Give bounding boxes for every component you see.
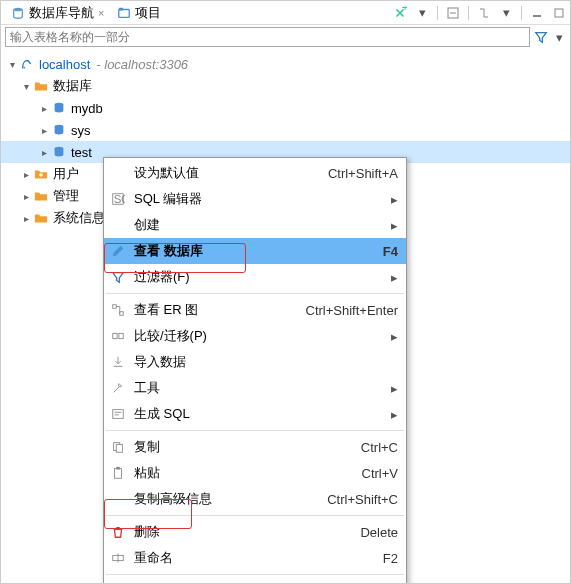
- twisty-icon[interactable]: ▸: [37, 147, 51, 158]
- twisty-icon[interactable]: ▾: [19, 81, 33, 92]
- collapse-icon[interactable]: [446, 6, 460, 20]
- menu-import[interactable]: 导入数据: [104, 349, 406, 375]
- folder-icon: [33, 78, 49, 94]
- tree-db-item[interactable]: ▸ sys: [1, 119, 570, 141]
- svg-point-7: [24, 67, 26, 69]
- twisty-icon[interactable]: ▸: [37, 125, 51, 136]
- twisty-icon[interactable]: ▸: [37, 103, 51, 114]
- menu-separator: [106, 574, 404, 575]
- menu-gen-sql[interactable]: 生成 SQL ▸: [104, 401, 406, 427]
- paste-icon: [108, 463, 128, 483]
- menu-label: SQL 编辑器: [134, 190, 385, 208]
- tree-label: 管理: [53, 187, 79, 205]
- tree-connection[interactable]: ▾ localhost - localhost:3306: [1, 53, 570, 75]
- tab-projects[interactable]: 项目: [111, 2, 168, 24]
- svg-point-11: [39, 173, 43, 177]
- tree-label: test: [71, 145, 92, 160]
- sysinfo-folder-icon: [33, 210, 49, 226]
- database-icon: [51, 144, 67, 160]
- menu-copy-advanced[interactable]: 复制高级信息 Ctrl+Shift+C: [104, 486, 406, 512]
- menu-sql-editor[interactable]: SQL SQL 编辑器 ▸: [104, 186, 406, 212]
- svg-rect-17: [119, 333, 123, 338]
- svg-rect-6: [555, 9, 563, 17]
- menu-compare[interactable]: 比较/迁移(P) ▸: [104, 323, 406, 349]
- menu-paste[interactable]: 粘贴 Ctrl+V: [104, 460, 406, 486]
- close-icon[interactable]: ×: [98, 7, 104, 19]
- maximize-icon[interactable]: [552, 6, 566, 20]
- copy-icon: [108, 437, 128, 457]
- filter-icon: [108, 267, 128, 287]
- filter-icon[interactable]: [534, 30, 548, 44]
- tree-label: sys: [71, 123, 91, 138]
- svg-rect-1: [119, 9, 130, 17]
- menu-label: 删除: [134, 523, 360, 541]
- menu-shortcut: F2: [383, 551, 398, 566]
- tree-db-folder[interactable]: ▾ 数据库: [1, 75, 570, 97]
- svg-rect-20: [116, 444, 122, 452]
- submenu-icon: ▸: [391, 381, 398, 396]
- tab-db-navigator[interactable]: 数据库导航 ×: [5, 2, 111, 24]
- search-input[interactable]: [5, 27, 530, 47]
- menu-label: 设为默认值: [134, 164, 328, 182]
- database-icon: [51, 122, 67, 138]
- compare-icon: [108, 326, 128, 346]
- tree-db-item[interactable]: ▸ mydb: [1, 97, 570, 119]
- mysql-icon: [19, 56, 35, 72]
- menu-shortcut: F4: [383, 244, 398, 259]
- twisty-icon[interactable]: ▾: [5, 59, 19, 70]
- tree-label: 用户: [53, 165, 79, 183]
- menu-shortcut: Delete: [360, 525, 398, 540]
- tab-label: 项目: [135, 4, 161, 22]
- svg-rect-15: [120, 312, 124, 316]
- submenu-icon: ▸: [391, 270, 398, 285]
- tree-label: mydb: [71, 101, 103, 116]
- menu-refresh[interactable]: 刷新 F5: [104, 578, 406, 584]
- menu-separator: [106, 430, 404, 431]
- tree-label: localhost: [39, 57, 90, 72]
- dropdown2-icon[interactable]: ▾: [499, 6, 513, 20]
- submenu-icon: ▸: [391, 329, 398, 344]
- menu-filter[interactable]: 过滤器(F) ▸: [104, 264, 406, 290]
- twisty-icon[interactable]: ▸: [19, 169, 33, 180]
- menu-label: 复制: [134, 438, 361, 456]
- tabbar: 数据库导航 × 项目 + ▾ ▾: [1, 1, 570, 25]
- menu-rename[interactable]: 重命名 F2: [104, 545, 406, 571]
- twisty-icon[interactable]: ▸: [19, 191, 33, 202]
- dropdown-icon[interactable]: ▾: [415, 6, 429, 20]
- menu-label: 查看 数据库: [134, 242, 383, 260]
- menu-label: 过滤器(F): [134, 268, 385, 286]
- submenu-icon: ▸: [391, 192, 398, 207]
- minimize-icon[interactable]: [530, 6, 544, 20]
- import-icon: [108, 352, 128, 372]
- menu-tools[interactable]: 工具 ▸: [104, 375, 406, 401]
- menu-copy[interactable]: 复制 Ctrl+C: [104, 434, 406, 460]
- link-icon[interactable]: [477, 6, 491, 20]
- submenu-icon: ▸: [391, 407, 398, 422]
- svg-rect-14: [113, 305, 117, 309]
- menu-label: 查看 ER 图: [134, 301, 306, 319]
- db-nav-icon: [11, 6, 25, 20]
- menu-er-diagram[interactable]: 查看 ER 图 Ctrl+Shift+Enter: [104, 297, 406, 323]
- menu-label: 导入数据: [134, 353, 398, 371]
- new-connection-icon[interactable]: +: [393, 6, 407, 20]
- svg-rect-16: [113, 333, 117, 338]
- svg-point-0: [14, 7, 23, 11]
- admin-folder-icon: [33, 188, 49, 204]
- dropdown3-icon[interactable]: ▾: [552, 30, 566, 44]
- sql-icon: SQL: [108, 189, 128, 209]
- pencil-icon: [108, 241, 128, 261]
- menu-label: 创建: [134, 216, 385, 234]
- menu-set-default[interactable]: 设为默认值 Ctrl+Shift+A: [104, 160, 406, 186]
- users-folder-icon: [33, 166, 49, 182]
- rename-icon: [108, 548, 128, 568]
- menu-create[interactable]: 创建 ▸: [104, 212, 406, 238]
- svg-rect-21: [115, 469, 122, 479]
- svg-text:+: +: [402, 6, 407, 13]
- menu-shortcut: Ctrl+Shift+C: [327, 492, 398, 507]
- menu-view-db[interactable]: 查看 数据库 F4: [104, 238, 406, 264]
- svg-rect-18: [113, 410, 124, 419]
- menu-delete[interactable]: 删除 Delete: [104, 519, 406, 545]
- svg-rect-2: [119, 7, 123, 10]
- svg-rect-5: [533, 15, 541, 17]
- twisty-icon[interactable]: ▸: [19, 213, 33, 224]
